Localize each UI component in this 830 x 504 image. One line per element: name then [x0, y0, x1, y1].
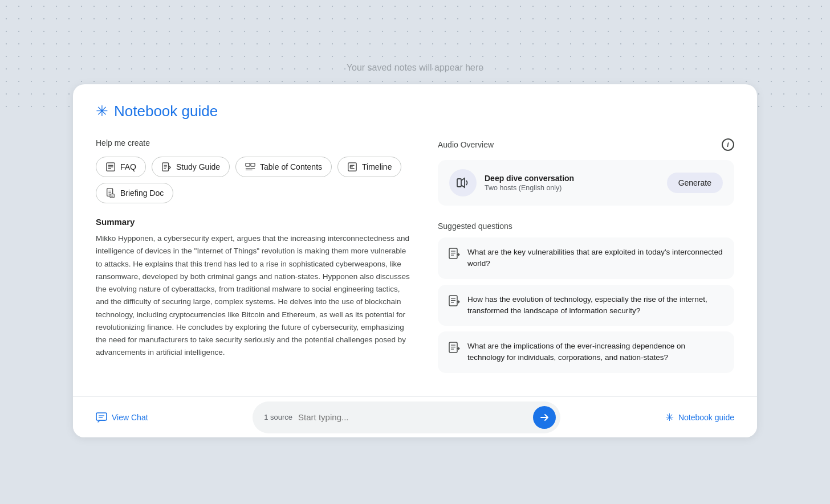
help-create-label: Help me create: [96, 138, 410, 147]
right-column: Audio Overview i Deep dive conversation …: [438, 138, 734, 379]
question-text-3: What are the implications of the ever-in…: [467, 341, 724, 364]
audio-card: Deep dive conversation Two hosts (Englis…: [438, 160, 734, 206]
svg-rect-9: [251, 163, 255, 166]
question-text-2: How has the evolution of technology, esp…: [467, 294, 724, 317]
two-column-layout: Help me create FAQ: [96, 138, 734, 379]
question-icon-1: [448, 247, 461, 260]
summary-section: Summary Mikko Hypponen, a cybersecurity …: [96, 217, 410, 359]
briefing-doc-chip-label: Briefing Doc: [120, 189, 164, 198]
audio-subtitle: Two hosts (English only): [485, 184, 659, 192]
question-icon-3: [448, 341, 461, 354]
audio-overview-info-icon[interactable]: i: [722, 138, 734, 151]
search-input[interactable]: [298, 412, 527, 422]
left-column: Help me create FAQ: [96, 138, 410, 379]
briefing-doc-chip-icon: [105, 188, 116, 198]
faq-chip-icon: [105, 162, 116, 172]
table-of-contents-chip[interactable]: Table of Contents: [235, 157, 332, 177]
notebook-guide-star-icon: ✳: [665, 411, 674, 424]
view-chat-button[interactable]: View Chat: [96, 412, 148, 423]
study-guide-chip-icon: [161, 162, 172, 172]
audio-icon-wrap: [449, 169, 477, 196]
study-guide-chip-label: Study Guide: [176, 162, 220, 171]
view-chat-icon: [96, 412, 107, 423]
audio-deep-dive-title: Deep dive conversation: [485, 174, 659, 183]
send-button[interactable]: [533, 406, 556, 429]
audio-overview-header: Audio Overview i: [438, 138, 734, 151]
faq-chip-label: FAQ: [120, 162, 136, 171]
question-card-3[interactable]: What are the implications of the ever-in…: [438, 331, 734, 373]
question-card-2[interactable]: How has the evolution of technology, esp…: [438, 285, 734, 326]
notebook-guide-label: Notebook guide: [678, 413, 734, 422]
table-of-contents-chip-icon: [245, 162, 255, 172]
send-arrow-icon: [539, 412, 550, 423]
summary-title: Summary: [96, 217, 410, 227]
question-text-1: What are the key vulnerabilities that ar…: [467, 247, 724, 270]
timeline-chip-label: Timeline: [362, 162, 392, 171]
svg-rect-37: [96, 413, 107, 420]
study-guide-chip[interactable]: Study Guide: [152, 157, 230, 177]
main-card: ✳ Notebook guide Help me create FAQ: [73, 84, 757, 437]
chip-group: FAQ Study Guide: [96, 157, 410, 203]
notebook-star-icon: ✳: [96, 103, 108, 120]
notebook-guide-button[interactable]: ✳ Notebook guide: [665, 411, 734, 424]
source-badge: 1 source: [264, 413, 292, 421]
audio-overview-title: Audio Overview: [438, 140, 494, 149]
suggested-questions-title: Suggested questions: [438, 222, 734, 231]
search-bar: 1 source: [253, 401, 560, 433]
saved-notes-placeholder: Your saved notes will appear here: [347, 63, 483, 73]
generate-button[interactable]: Generate: [667, 173, 723, 193]
table-of-contents-chip-label: Table of Contents: [260, 162, 322, 171]
timeline-chip[interactable]: Timeline: [337, 157, 401, 177]
view-chat-label: View Chat: [112, 413, 148, 422]
timeline-chip-icon: [347, 162, 357, 172]
notebook-title-row: ✳ Notebook guide: [96, 103, 734, 120]
svg-rect-8: [246, 163, 250, 166]
briefing-doc-chip[interactable]: Briefing Doc: [96, 183, 173, 203]
svg-rect-24: [457, 179, 461, 187]
faq-chip[interactable]: FAQ: [96, 157, 146, 177]
question-icon-2: [448, 294, 461, 307]
notebook-title-text: Notebook guide: [114, 103, 218, 120]
summary-text: Mikko Hypponen, a cybersecurity expert, …: [96, 232, 410, 359]
question-card-1[interactable]: What are the key vulnerabilities that ar…: [438, 237, 734, 279]
svg-rect-21: [110, 194, 114, 198]
audio-info: Deep dive conversation Two hosts (Englis…: [485, 174, 659, 192]
audio-speaker-icon: [455, 175, 470, 190]
bottom-bar: View Chat 1 source ✳ Notebook guide: [73, 396, 757, 437]
